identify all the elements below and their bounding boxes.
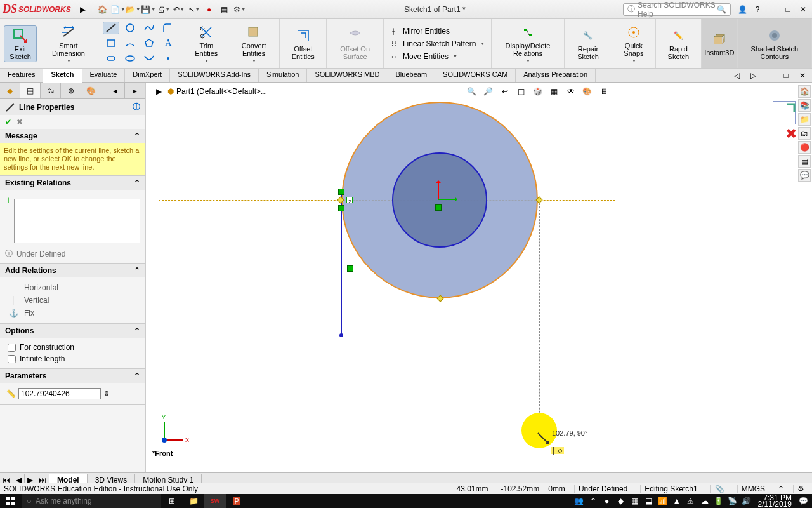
tray-1-icon[interactable]: ● bbox=[601, 495, 613, 507]
vertical-relation[interactable]: │Vertical bbox=[5, 294, 140, 307]
line-tool[interactable] bbox=[103, 22, 119, 34]
for-construction-check[interactable]: For construction bbox=[5, 342, 140, 353]
dimxpert-tab[interactable]: ⊕ bbox=[61, 83, 81, 98]
units-label[interactable]: MMGS bbox=[737, 485, 769, 493]
units-arrow-icon[interactable]: ⌃ bbox=[778, 485, 784, 493]
spinner-icon[interactable]: ⇕ bbox=[103, 389, 110, 398]
user-icon[interactable]: 👤 bbox=[736, 4, 749, 15]
point-tool[interactable] bbox=[160, 52, 176, 65]
tab-simulation[interactable]: Simulation bbox=[259, 69, 307, 82]
sketch-canvas[interactable]: 2 │ ◇ 102.79, 90° *Front bbox=[146, 100, 812, 460]
slot-tool[interactable] bbox=[103, 52, 119, 65]
taskbar-clock[interactable]: 7:31 PM2/11/2019 bbox=[754, 495, 796, 507]
tray-volume-icon[interactable]: 🔊 bbox=[740, 495, 753, 507]
display-relations-button[interactable]: Display/Delete Relations▼ bbox=[495, 23, 560, 64]
existing-relations-head[interactable]: Existing Relations⌃ bbox=[0, 176, 145, 190]
tray-6-icon[interactable]: ▲ bbox=[671, 495, 683, 507]
doc-min-icon[interactable]: ― bbox=[763, 69, 776, 83]
prev-doc-icon[interactable]: ◁ bbox=[730, 69, 743, 83]
offset-button[interactable]: Offset Entities bbox=[284, 26, 322, 62]
fillet-tool[interactable] bbox=[160, 22, 176, 34]
section-icon[interactable]: ◫ bbox=[514, 84, 529, 98]
arc-tool[interactable] bbox=[122, 37, 138, 50]
cancel-button[interactable]: ✖ bbox=[16, 117, 23, 126]
parameters-head[interactable]: Parameters⌃ bbox=[0, 369, 145, 383]
spline-tool[interactable] bbox=[141, 22, 157, 34]
tray-battery-icon[interactable]: 🔋 bbox=[712, 495, 725, 507]
cancel-sketch-icon[interactable]: ✖ bbox=[771, 126, 797, 142]
instant3d-button[interactable]: Instant3D bbox=[702, 30, 737, 58]
mirror-button[interactable]: ⟊Mirror Entities bbox=[389, 26, 485, 36]
tab-addins[interactable]: SOLIDWORKS Add-Ins bbox=[170, 69, 259, 82]
rect-tool[interactable] bbox=[103, 37, 119, 50]
smart-dimension-button[interactable]: ⟷Smart Dimension▼ bbox=[45, 23, 92, 64]
solidworks-task[interactable]: SW bbox=[204, 494, 226, 508]
tray-5-icon[interactable]: 📶 bbox=[657, 495, 669, 507]
exit-sketch-button[interactable]: Exit Sketch bbox=[4, 25, 37, 62]
rapid-sketch-button[interactable]: ✏️Rapid Sketch bbox=[660, 26, 697, 62]
tray-2-icon[interactable]: ◆ bbox=[615, 495, 627, 507]
powerpoint-task[interactable]: P bbox=[226, 494, 247, 508]
select-icon[interactable]: ↖▼ bbox=[187, 3, 201, 17]
doc-max-icon[interactable]: □ bbox=[779, 69, 793, 83]
tab-cam[interactable]: SOLIDWORKS CAM bbox=[435, 69, 516, 82]
file-props-icon[interactable]: ▤ bbox=[218, 3, 232, 17]
clip-icon[interactable]: 📎 bbox=[710, 485, 728, 493]
flyout-arrow-icon[interactable]: ▶ bbox=[76, 3, 90, 17]
quick-snaps-button[interactable]: Quick Snaps▼ bbox=[616, 23, 652, 64]
move-button[interactable]: ↔Move Entities▼ bbox=[389, 51, 485, 62]
notifications-icon[interactable]: 💬 bbox=[797, 495, 809, 507]
zoom-fit-icon[interactable]: 🔍 bbox=[464, 84, 480, 98]
config-tab[interactable]: 🗂 bbox=[41, 83, 61, 98]
maximize-button[interactable]: □ bbox=[782, 4, 794, 15]
help-icon[interactable]: ? bbox=[751, 4, 764, 15]
print-icon[interactable]: 🖨▼ bbox=[157, 3, 171, 17]
tab-dimxpert[interactable]: DimXpert bbox=[125, 69, 170, 82]
file-explorer-icon[interactable]: 📁 bbox=[798, 113, 811, 126]
tab-bluebeam[interactable]: Bluebeam bbox=[388, 69, 436, 82]
tray-4-icon[interactable]: ⬓ bbox=[643, 495, 655, 507]
file-explorer-task[interactable]: 📁 bbox=[183, 494, 204, 508]
convert-button[interactable]: Convert Entities▼ bbox=[232, 23, 275, 64]
ok-button[interactable]: ✔ bbox=[5, 117, 11, 126]
ellipse-tool[interactable] bbox=[122, 52, 138, 65]
graphics-viewport[interactable]: ▶ ⬢Part1 (Default<<Default>... 🔍 🔎 ↩ ◫ 🎲… bbox=[146, 83, 812, 472]
linear-pattern-button[interactable]: ⁝⁝Linear Sketch Pattern▼ bbox=[389, 39, 485, 49]
options-head[interactable]: Options⌃ bbox=[0, 324, 145, 338]
tray-up-icon[interactable]: ⌃ bbox=[587, 495, 599, 507]
polygon-tool[interactable] bbox=[141, 37, 157, 50]
custom-props-icon[interactable]: ▤ bbox=[798, 155, 811, 168]
expand-tree-icon[interactable]: ▶ bbox=[151, 84, 166, 98]
prev-view-icon[interactable]: ↩ bbox=[497, 84, 513, 98]
edit-appearance-icon[interactable]: 🎨 bbox=[580, 84, 595, 98]
display-tab[interactable]: 🎨 bbox=[81, 83, 102, 98]
tray-7-icon[interactable]: ⚠ bbox=[684, 495, 697, 507]
minimize-button[interactable]: ― bbox=[766, 4, 779, 15]
breadcrumb[interactable]: ⬢Part1 (Default<<Default>... bbox=[167, 87, 267, 96]
message-section-head[interactable]: Message⌃ bbox=[0, 129, 145, 143]
apply-scene-icon[interactable]: 🖥 bbox=[596, 84, 612, 98]
undo-icon[interactable]: ↶▼ bbox=[172, 3, 186, 17]
curve-tool[interactable] bbox=[141, 52, 157, 65]
zoom-area-icon[interactable]: 🔎 bbox=[481, 84, 496, 98]
sketch-line[interactable] bbox=[341, 192, 342, 335]
doc-close-icon[interactable]: ✕ bbox=[796, 69, 809, 83]
hide-show-icon[interactable]: 👁 bbox=[563, 84, 579, 98]
shaded-contours-button[interactable]: Shaded Sketch Contours bbox=[742, 26, 808, 62]
home-icon[interactable]: 🏠 bbox=[96, 3, 110, 17]
tab-mbd[interactable]: SOLIDWORKS MBD bbox=[307, 69, 388, 82]
tab-analysis[interactable]: Analysis Preparation bbox=[516, 69, 596, 82]
tray-people-icon[interactable]: 👥 bbox=[573, 495, 586, 507]
open-icon[interactable]: 📂▼ bbox=[126, 3, 140, 17]
tray-wifi-icon[interactable]: 📡 bbox=[726, 495, 739, 507]
repair-button[interactable]: 🔧Repair Sketch bbox=[568, 26, 608, 62]
tab-features[interactable]: Features bbox=[0, 69, 43, 82]
trim-button[interactable]: Trim Entities▼ bbox=[189, 23, 224, 64]
feature-tree-tab[interactable]: ◆ bbox=[0, 83, 20, 98]
next-doc-icon[interactable]: ▷ bbox=[746, 69, 760, 83]
design-library-icon[interactable]: 📚 bbox=[798, 99, 811, 112]
horizontal-relation[interactable]: ―Horizontal bbox=[5, 281, 140, 294]
circle-tool[interactable] bbox=[122, 22, 138, 34]
cortana-search[interactable]: ○ Ask me anything bbox=[22, 494, 161, 508]
help-search[interactable]: ⓘSearch SOLIDWORKS Help🔍 bbox=[623, 3, 731, 16]
